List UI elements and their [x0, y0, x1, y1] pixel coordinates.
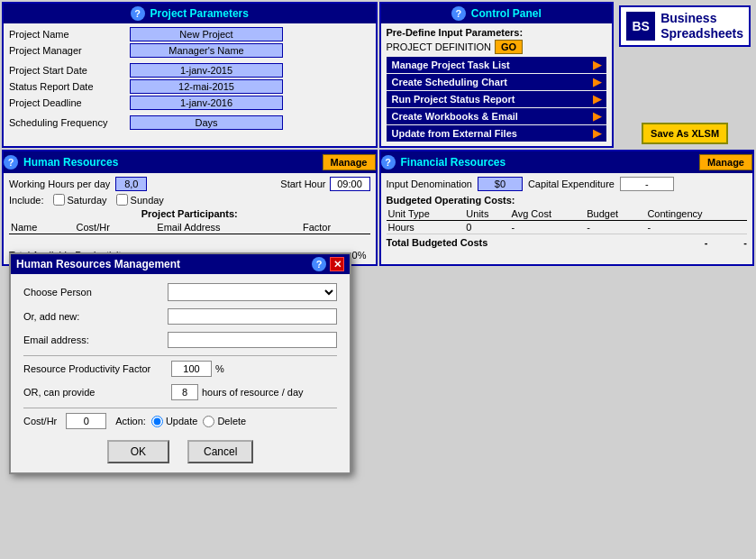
project-name-input[interactable] — [130, 27, 283, 41]
fin-help-icon[interactable]: ? — [381, 155, 396, 170]
human-resources-panel: ? Human Resources Manage Working Hours p… — [2, 150, 378, 266]
arrow-icon: ▶ — [593, 110, 601, 123]
update-radio[interactable] — [151, 416, 163, 427]
fin-header: ? Financial Resources Manage — [381, 151, 753, 173]
bs-logo: BS BusinessBusiness Spreadsheets Spreads… — [619, 5, 751, 47]
control-panel-help-icon[interactable]: ? — [451, 6, 466, 21]
dialog-titlebar: Human Resources Management ? ✕ — [11, 254, 350, 274]
divider — [23, 355, 337, 357]
fin-col-unit-type: Unit Type — [387, 207, 465, 221]
update-label: Update — [166, 416, 197, 426]
dialog-hours-row: OR, can provide hours of resource / day — [23, 384, 337, 400]
fin-content: Input Denomination Capital Expenditure B… — [381, 173, 753, 252]
pre-define-label: Pre-Define Input Parameters: — [387, 27, 607, 38]
table-row — [9, 234, 370, 248]
dialog-add-new-row: Or, add new: — [23, 308, 337, 325]
choose-person-select[interactable] — [168, 283, 337, 301]
menu-item-scheduling-chart[interactable]: Create Scheduling Chart ▶ — [387, 74, 607, 90]
project-def-row: PROJECT DEFINITION GO — [387, 40, 607, 54]
scheduling-freq-input[interactable] — [130, 115, 283, 130]
bs-logo-icon: BS — [626, 12, 655, 41]
start-hour-input[interactable] — [330, 177, 370, 191]
menu-item-task-list[interactable]: Manage Project Task List ▶ — [387, 57, 607, 73]
status-date-input[interactable] — [130, 79, 283, 94]
hours-input[interactable] — [171, 384, 198, 400]
project-manager-input[interactable] — [130, 43, 283, 58]
saturday-checkbox-label[interactable]: Saturday — [53, 194, 107, 206]
fin-manage-button[interactable]: Manage — [699, 154, 752, 170]
fin-row-budget: - — [585, 221, 645, 234]
working-hours-input[interactable] — [115, 177, 147, 191]
dialog-cancel-button[interactable]: Cancel — [187, 440, 253, 463]
add-new-label: Or, add new: — [23, 311, 168, 322]
email-input[interactable] — [168, 332, 337, 348]
field-row-status-date: Status Report Date — [9, 79, 370, 94]
control-panel-area: ? Control Panel Pre-Define Input Paramet… — [379, 2, 755, 148]
choose-person-label: Choose Person — [23, 287, 168, 298]
include-label: Include: — [9, 195, 44, 206]
checkbox-row: Include: Saturday Sunday — [9, 194, 370, 206]
fin-top-row: Input Denomination Capital Expenditure — [387, 177, 748, 191]
update-radio-label[interactable]: Update — [151, 416, 197, 427]
total-productivity-value: 0% — [352, 250, 367, 261]
input-denom-input[interactable] — [478, 177, 523, 191]
fin-table: Unit Type Units Avg Cost Budget Continge… — [387, 207, 748, 234]
add-new-input[interactable] — [168, 308, 337, 325]
hr-title: Human Resources — [23, 156, 118, 169]
status-date-label: Status Report Date — [9, 81, 126, 92]
capital-exp-input[interactable] — [620, 177, 674, 191]
project-name-label: Project Name — [9, 29, 126, 40]
go-button[interactable]: GO — [495, 40, 523, 54]
deadline-input[interactable] — [130, 96, 283, 110]
productivity-input[interactable] — [171, 361, 212, 377]
hr-top-row: Working Hours per day Start Hour — [9, 177, 370, 191]
project-params-help-icon[interactable]: ? — [131, 6, 145, 21]
bs-logo-text: BusinessBusiness Spreadsheets Spreadshee… — [660, 11, 743, 41]
dialog-help-icon[interactable]: ? — [312, 257, 326, 271]
control-panel-title: Control Panel — [471, 7, 542, 20]
hours-suffix: hours of resource / day — [202, 387, 304, 398]
hr-help-icon[interactable]: ? — [4, 155, 18, 170]
start-hour-label: Start Hour — [280, 179, 325, 189]
total-contingency-value: - — [743, 237, 747, 248]
fin-row-unit-type: Hours — [387, 221, 465, 234]
dialog-content: Choose Person Or, add new: Email address… — [11, 274, 350, 472]
fin-col-budget: Budget — [585, 207, 645, 221]
field-row-start-date: Project Start Date — [9, 63, 370, 78]
fin-col-avg-cost: Avg Cost — [510, 207, 586, 221]
dialog-productivity-row: Resource Productivity Factor % — [23, 361, 337, 377]
sunday-checkbox-label[interactable]: Sunday — [116, 194, 164, 206]
menu-item-status-report[interactable]: Run Project Status Report ▶ — [387, 91, 607, 107]
control-panel-header: ? Control Panel — [381, 4, 613, 23]
delete-label: Delete — [217, 416, 246, 426]
capital-exp-label: Capital Expenditure — [528, 179, 615, 189]
project-def-text: PROJECT DEFINITION — [387, 41, 492, 52]
save-button[interactable]: Save As XLSM — [642, 123, 728, 144]
fin-row-avg-cost: - — [510, 221, 586, 234]
start-date-input[interactable] — [130, 63, 283, 78]
divider2 — [23, 408, 337, 409]
cost-input[interactable] — [66, 413, 106, 429]
total-budgeted-label: Total Budgeted Costs — [387, 237, 488, 248]
menu-item-workbooks-email[interactable]: Create Workbooks & Email ▶ — [387, 108, 607, 124]
total-budget-value: - — [705, 237, 708, 248]
arrow-icon: ▶ — [593, 59, 601, 71]
arrow-icon: ▶ — [593, 93, 601, 105]
dialog-close-button[interactable]: ✕ — [330, 257, 344, 271]
project-params-panel: ? Project Parameters Project Name Projec… — [2, 2, 378, 148]
menu-item-external-files[interactable]: Update from External Files ▶ — [387, 125, 607, 142]
deadline-label: Project Deadline — [9, 97, 126, 108]
participants-header: Project Participants: — [9, 208, 370, 219]
financial-resources-panel: ? Financial Resources Manage Input Denom… — [379, 150, 755, 266]
saturday-checkbox[interactable] — [53, 194, 65, 206]
hr-management-dialog: Human Resources Management ? ✕ Choose Pe… — [9, 252, 351, 474]
dialog-ok-button[interactable]: OK — [107, 440, 169, 463]
hr-manage-button[interactable]: Manage — [323, 154, 376, 170]
field-row-project-manager: Project Manager — [9, 43, 370, 58]
col-name: Name — [9, 221, 75, 234]
productivity-label: Resource Productivity Factor — [23, 363, 168, 374]
delete-radio[interactable] — [203, 416, 214, 427]
fin-table-row-hours: Hours 0 - - - — [387, 221, 748, 234]
sunday-checkbox[interactable] — [116, 194, 128, 206]
delete-radio-label[interactable]: Delete — [203, 416, 246, 427]
